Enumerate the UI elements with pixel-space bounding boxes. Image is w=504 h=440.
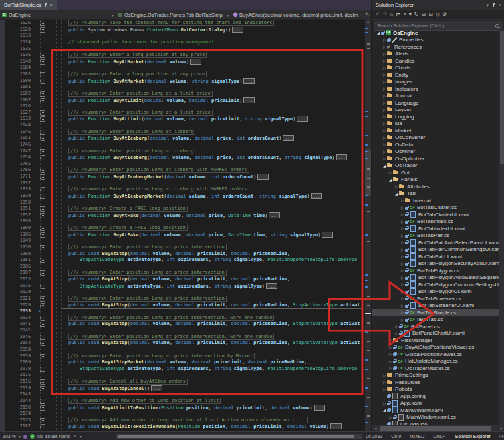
code-line[interactable]: 2015public void BuyAtStop(decimal volume… — [0, 276, 365, 283]
breakpoint-margin[interactable] — [0, 20, 5, 431]
code-line-current[interactable]: 2033✎ — [0, 308, 365, 315]
editor-horizontal-scrollbar[interactable] — [116, 434, 362, 439]
tree-item-indicators[interactable]: ▷Indicators — [372, 85, 499, 93]
code-line[interactable]: 2182public void BuyAtLimitToPositionUnsa… — [0, 423, 365, 430]
tree-item-osminer[interactable]: ▷OsMiner — [372, 148, 499, 156]
tree-item-bottabpolygonautoselectsequenceui-xaml[interactable]: ▷BotTabPolygonAutoSelectSequenceUi.xaml — [372, 274, 499, 282]
fold-toggle-icon[interactable] — [35, 334, 46, 341]
code-line[interactable]: 1766/// <summary> Enter position Long at… — [0, 167, 365, 174]
close-icon[interactable]: × — [499, 3, 501, 7]
tree-item-app-xaml[interactable]: ▷App.xaml — [372, 400, 499, 407]
expander-icon[interactable]: ▷ — [382, 114, 387, 118]
expander-icon[interactable]: ▷ — [382, 373, 387, 377]
zoom-level[interactable]: 103 % — [3, 434, 16, 439]
tree-item-hotupdatemanager-cs[interactable]: ▷C#HotUpdateManager.cs — [372, 358, 499, 365]
expander-icon[interactable]: ▷ — [400, 226, 405, 230]
code-line[interactable]: 1601 — [0, 84, 365, 91]
tree-item-bottabpolygon-cs[interactable]: ▷C#BotTabPolygon.cs — [372, 267, 499, 274]
code-line[interactable]: 1906public Position BuyAtFake(decimal vo… — [0, 232, 365, 238]
code-line[interactable]: 1651public Position BuyAtIceberg(decimal… — [0, 135, 365, 142]
tree-item-bottabpaircommonsettingsui-xaml[interactable]: ▷BotTabPairCommonSettingsUi.xaml — [372, 246, 499, 254]
scroll-up-arrow-icon[interactable]: ▲ — [365, 20, 371, 24]
code-line[interactable]: 1850 — [0, 200, 365, 206]
code-line[interactable]: 1590public Position BuyAtMarket(decimal … — [0, 78, 365, 85]
code-line[interactable]: 2020 — [0, 289, 365, 296]
encoding-indicator[interactable]: MIXED — [410, 434, 424, 439]
expander-icon[interactable]: ▷ — [388, 359, 393, 363]
code-line[interactable]: 1899/// <summary> Create a FAKE long pos… — [0, 225, 365, 232]
tree-item-internal[interactable]: ▷Internal — [372, 197, 499, 204]
code-line[interactable]: 1851/// <summary> Create a FAKE long pos… — [0, 206, 365, 212]
tree-item-bottabsimple-cs[interactable]: ▷C#BotTabSimple.cs — [372, 309, 499, 316]
expander-icon[interactable]: ▷ — [400, 206, 405, 210]
expander-icon[interactable]: ▷ — [382, 128, 387, 132]
expander-icon[interactable]: ▷ — [382, 45, 387, 49]
expander-icon[interactable]: ▷ — [388, 352, 393, 356]
expander-icon[interactable]: ▷ — [400, 304, 405, 308]
expander-icon[interactable]: ▷ — [388, 345, 393, 349]
fold-toggle-icon[interactable] — [35, 91, 46, 97]
code-line[interactable]: 2175/// <summary> Add new order to Long … — [0, 417, 365, 424]
fold-toggle-icon[interactable] — [35, 154, 46, 161]
code-line[interactable]: 2174 — [0, 411, 365, 417]
tree-item-app-config[interactable]: App.config — [372, 393, 499, 400]
tree-item-alerts[interactable]: ▷Alerts — [372, 51, 499, 58]
fold-toggle-icon[interactable] — [35, 417, 46, 424]
code-line[interactable]: 1832 — [0, 180, 365, 187]
expander-icon[interactable]: ▷ — [400, 290, 405, 294]
tree-item-bottabpair-cs[interactable]: ▷C#BotTabPair.cs — [372, 232, 499, 240]
tree-item-panels[interactable]: ◢Panels — [372, 176, 499, 184]
fold-toggle-icon[interactable] — [35, 20, 46, 27]
expander-icon[interactable]: ▷ — [394, 331, 399, 335]
expander-icon[interactable]: ▷ — [382, 94, 387, 98]
fold-toggle-icon[interactable] — [35, 129, 46, 136]
tree-item-properties[interactable]: ▷Properties — [372, 37, 499, 44]
window-position-chevron-icon[interactable]: ▾ — [486, 3, 489, 8]
fold-toggle-icon[interactable] — [35, 244, 46, 251]
search-icon[interactable] — [495, 23, 500, 29]
code-line[interactable]: 1754public Position BuyAtIceberg(decimal… — [0, 154, 365, 161]
tree-item-oslogo-ico[interactable]: OsLogo.ico — [372, 421, 499, 425]
issues-status[interactable]: No issues found — [37, 434, 70, 439]
code-line[interactable]: 1535 — [0, 46, 365, 53]
code-line[interactable]: 2016 StopActivateType activateType, int … — [0, 283, 365, 290]
expander-icon[interactable]: ▷ — [382, 80, 387, 84]
code-line[interactable]: 2116/// <summary> Cancel all buyAtStop o… — [0, 379, 365, 385]
tree-vertical-scrollbar[interactable] — [499, 29, 504, 425]
code-line[interactable]: 2069public void BuyAtStopMarket(decimal … — [0, 359, 365, 366]
code-line[interactable]: 1949 — [0, 238, 365, 244]
expander-icon[interactable]: ▷ — [382, 38, 387, 42]
code-line[interactable]: 2115 — [0, 372, 365, 379]
code-line[interactable]: 1961 StopActivateType activateType, int … — [0, 257, 365, 264]
preview-icon[interactable]: ◇ — [436, 11, 440, 19]
expander-icon[interactable]: ▷ — [400, 234, 405, 238]
expander-icon[interactable]: ▷ — [400, 296, 405, 300]
tree-item-buyatstoppositionsviewer-cs[interactable]: ▷C#BuyAtStopPositionsViewer.cs — [372, 344, 499, 351]
tree-item-bottabpolygoncommonsettingsui-xaml[interactable]: ▷BotTabPolygonCommonSettingsUi.xaml — [372, 281, 499, 288]
tree-item-ostrader[interactable]: ◢OsTrader — [372, 162, 499, 170]
fold-toggle-icon[interactable] — [35, 379, 46, 385]
fold-toggle-icon[interactable] — [35, 193, 46, 200]
expander-icon[interactable]: ▷ — [382, 380, 387, 384]
code-line[interactable]: 1627/// <summary> Enter position Long at… — [0, 110, 365, 116]
tree-item-mainwindow-xaml[interactable]: ◢MainWindow.xaml — [372, 407, 499, 414]
breadcrumb-member[interactable]: BuyAtStop(decimal volume, decimal priceL… — [231, 12, 371, 18]
tree-item-layout[interactable]: ▷Layout — [372, 107, 499, 114]
scrollbar-thumb[interactable] — [365, 149, 371, 196]
tree-item-bottabpolygonsecurityaddui-xaml[interactable]: ▷BotTabPolygonSecurityAddUi.xaml — [372, 260, 499, 268]
code-line[interactable]: 1607public Position BuyAtLimit(decimal v… — [0, 97, 365, 104]
tree-item-botpanelchartui-xaml[interactable]: ▷BotPanelChartUi.xaml — [372, 330, 499, 337]
expander-icon[interactable]: ▷ — [382, 156, 387, 160]
tree-item-bottabcluster-cs[interactable]: ▷C#BotTabCluster.cs — [372, 204, 499, 212]
tree-item-mainwindow-xaml-cs[interactable]: ▷MainWindow.xaml.cs — [372, 414, 499, 421]
expander-icon[interactable]: ▷ — [400, 220, 405, 224]
breadcrumb-project[interactable]: C OsEngine ▾ — [0, 12, 116, 18]
editor-vertical-scrollbar[interactable]: ▲ — [365, 19, 371, 431]
line-ending-indicator[interactable]: CRLF — [433, 434, 445, 439]
zoom-chevron-icon[interactable]: ▾ — [19, 434, 21, 439]
pending-changes-filter-icon[interactable]: ◔ — [403, 11, 406, 19]
code-line[interactable]: 2054public void BuyAtStop(decimal volume… — [0, 340, 365, 347]
expander-icon[interactable]: ▷ — [382, 59, 387, 63]
tree-item-osengine[interactable]: ◢C#OsEngine — [372, 29, 499, 37]
expander-icon[interactable]: ▷ — [388, 366, 393, 370]
